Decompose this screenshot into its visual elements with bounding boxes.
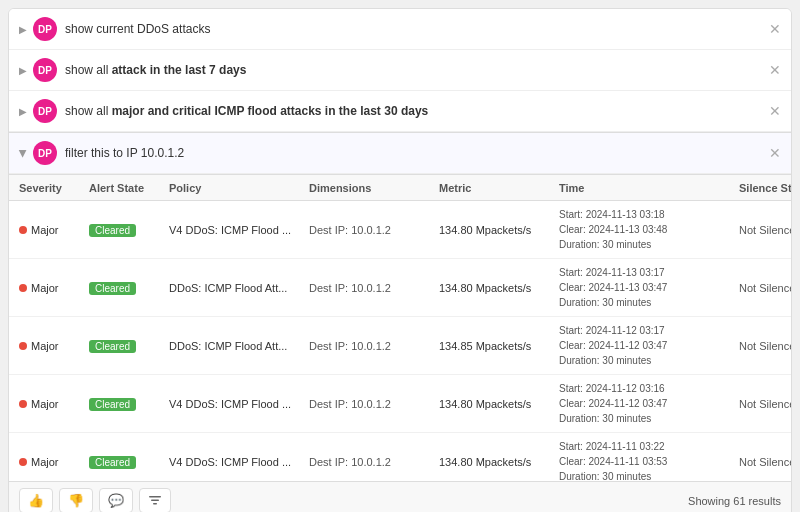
severity-dot [19, 400, 27, 408]
expand-btn-1[interactable]: ▶ [19, 24, 27, 35]
severity-cell: Major [19, 282, 89, 294]
svg-rect-0 [149, 496, 161, 498]
silence-cell: Not Silenced [739, 456, 791, 468]
query-text-3: show all major and critical ICMP flood a… [65, 104, 761, 118]
query-row-2: ▶ DP show all attack in the last 7 days … [9, 50, 791, 91]
metric-cell: 134.80 Mpackets/s [439, 456, 559, 468]
severity-label: Major [31, 456, 59, 468]
dimensions-cell: Dest IP: 10.0.1.2 [309, 398, 439, 410]
close-btn-4[interactable]: ✕ [769, 145, 781, 161]
severity-label: Major [31, 398, 59, 410]
severity-dot [19, 458, 27, 466]
alert-state-cell: Cleared [89, 456, 169, 468]
filter-icon [148, 494, 162, 508]
table-header: Severity Alert State Policy Dimensions M… [9, 175, 791, 201]
expand-btn-2[interactable]: ▶ [19, 65, 27, 76]
severity-label: Major [31, 282, 59, 294]
close-btn-1[interactable]: ✕ [769, 21, 781, 37]
table-row: Major Cleared DDoS: ICMP Flood Att... De… [9, 317, 791, 375]
query-text-1: show current DDoS attacks [65, 22, 761, 36]
expand-btn-4[interactable]: ▶ [18, 149, 29, 157]
metric-cell: 134.80 Mpackets/s [439, 282, 559, 294]
silence-cell: Not Silenced [739, 224, 791, 236]
table-row: Major Cleared V4 DDoS: ICMP Flood ... De… [9, 375, 791, 433]
policy-cell: V4 DDoS: ICMP Flood ... [169, 224, 309, 236]
avatar-2: DP [33, 58, 57, 82]
metric-cell: 134.80 Mpackets/s [439, 398, 559, 410]
col-dimensions: Dimensions [309, 182, 439, 194]
silence-cell: Not Silenced [739, 340, 791, 352]
svg-rect-1 [151, 499, 159, 501]
query-text-4: filter this to IP 10.0.1.2 [65, 146, 761, 160]
severity-cell: Major [19, 340, 89, 352]
metric-cell: 134.80 Mpackets/s [439, 224, 559, 236]
severity-cell: Major [19, 224, 89, 236]
avatar-1: DP [33, 17, 57, 41]
results-table: Severity Alert State Policy Dimensions M… [9, 174, 791, 481]
metric-cell: 134.85 Mpackets/s [439, 340, 559, 352]
query-text-2: show all attack in the last 7 days [65, 63, 761, 77]
thumbs-down-button[interactable]: 👎 [59, 488, 93, 512]
severity-dot [19, 284, 27, 292]
severity-label: Major [31, 340, 59, 352]
thumbs-up-button[interactable]: 👍 [19, 488, 53, 512]
cleared-badge: Cleared [89, 398, 136, 411]
time-cell: Start: 2024-11-12 03:17Clear: 2024-11-12… [559, 323, 739, 368]
query-row-4: ▶ DP filter this to IP 10.0.1.2 ✕ [9, 132, 791, 174]
table-body: Major Cleared V4 DDoS: ICMP Flood ... De… [9, 201, 791, 481]
alert-state-cell: Cleared [89, 224, 169, 236]
cleared-badge: Cleared [89, 456, 136, 469]
severity-dot [19, 342, 27, 350]
query-row-1: ▶ DP show current DDoS attacks ✕ [9, 9, 791, 50]
table-row: Major Cleared V4 DDoS: ICMP Flood ... De… [9, 433, 791, 481]
filter-button[interactable] [139, 488, 171, 512]
col-severity: Severity [19, 182, 89, 194]
cleared-badge: Cleared [89, 340, 136, 353]
dimensions-cell: Dest IP: 10.0.1.2 [309, 282, 439, 294]
time-cell: Start: 2024-11-11 03:22Clear: 2024-11-11… [559, 439, 739, 481]
showing-results: Showing 61 results [688, 495, 781, 507]
cleared-badge: Cleared [89, 224, 136, 237]
severity-dot [19, 226, 27, 234]
silence-cell: Not Silenced [739, 398, 791, 410]
footer-actions: 👍 👎 💬 [19, 488, 171, 512]
col-time: Time [559, 182, 739, 194]
footer-bar: 👍 👎 💬 Showing 61 results [9, 481, 791, 512]
alert-state-cell: Cleared [89, 282, 169, 294]
cleared-badge: Cleared [89, 282, 136, 295]
policy-cell: V4 DDoS: ICMP Flood ... [169, 398, 309, 410]
alert-state-cell: Cleared [89, 340, 169, 352]
col-alert-state: Alert State [89, 182, 169, 194]
avatar-3: DP [33, 99, 57, 123]
close-btn-3[interactable]: ✕ [769, 103, 781, 119]
comment-button[interactable]: 💬 [99, 488, 133, 512]
avatar-4: DP [33, 141, 57, 165]
col-metric: Metric [439, 182, 559, 194]
severity-cell: Major [19, 398, 89, 410]
svg-rect-2 [153, 503, 157, 505]
query-row-3: ▶ DP show all major and critical ICMP fl… [9, 91, 791, 132]
expand-btn-3[interactable]: ▶ [19, 106, 27, 117]
policy-cell: DDoS: ICMP Flood Att... [169, 340, 309, 352]
time-cell: Start: 2024-11-13 03:17Clear: 2024-11-13… [559, 265, 739, 310]
dimensions-cell: Dest IP: 10.0.1.2 [309, 340, 439, 352]
col-silence: Silence State [739, 182, 792, 194]
alert-state-cell: Cleared [89, 398, 169, 410]
main-container: ▶ DP show current DDoS attacks ✕ ▶ DP sh… [8, 8, 792, 512]
policy-cell: V4 DDoS: ICMP Flood ... [169, 456, 309, 468]
severity-label: Major [31, 224, 59, 236]
policy-cell: DDoS: ICMP Flood Att... [169, 282, 309, 294]
table-row: Major Cleared DDoS: ICMP Flood Att... De… [9, 259, 791, 317]
silence-cell: Not Silenced [739, 282, 791, 294]
severity-cell: Major [19, 456, 89, 468]
col-policy: Policy [169, 182, 309, 194]
dimensions-cell: Dest IP: 10.0.1.2 [309, 456, 439, 468]
time-cell: Start: 2024-11-13 03:18Clear: 2024-11-13… [559, 207, 739, 252]
table-row: Major Cleared V4 DDoS: ICMP Flood ... De… [9, 201, 791, 259]
time-cell: Start: 2024-11-12 03:16Clear: 2024-11-12… [559, 381, 739, 426]
dimensions-cell: Dest IP: 10.0.1.2 [309, 224, 439, 236]
close-btn-2[interactable]: ✕ [769, 62, 781, 78]
